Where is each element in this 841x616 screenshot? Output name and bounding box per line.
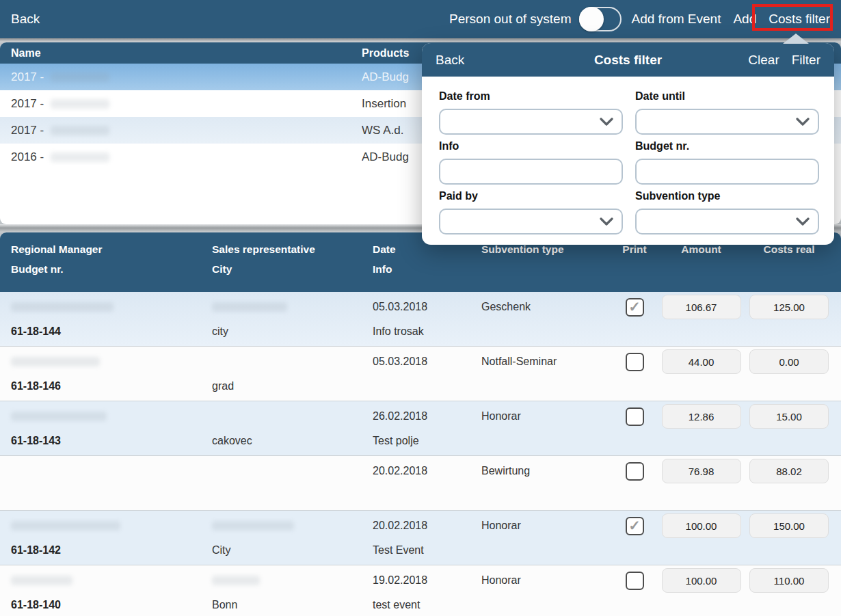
date-until-label: Date until	[635, 90, 819, 103]
amount-button[interactable]: 106.67	[662, 295, 741, 319]
budget-name: 2017 -	[11, 97, 44, 110]
amount-button[interactable]: 100.00	[662, 568, 741, 593]
column-header-info: Info	[373, 263, 472, 276]
budget-nr: 61-18-146	[11, 377, 212, 396]
date: 20.02.2018	[373, 511, 472, 541]
paid-by-select[interactable]	[439, 209, 623, 235]
print-checkbox[interactable]	[626, 462, 644, 481]
cost-row[interactable]: 20.02.2018 Bewirtung 76.98 88.02	[0, 456, 841, 511]
add-from-event-button[interactable]: Add from Event	[631, 12, 721, 27]
column-header-regional-manager: Regional Manager	[11, 243, 212, 256]
column-header-costs-real: Costs real	[745, 243, 833, 256]
redacted-text	[51, 99, 109, 109]
date-until-select[interactable]	[635, 109, 819, 135]
info: Test polje	[373, 431, 472, 451]
info-label: Info	[439, 140, 623, 152]
redacted-text	[51, 126, 109, 135]
budget-nr: 61-18-143	[11, 431, 212, 451]
popover-back-button[interactable]: Back	[436, 53, 464, 68]
redacted-text	[11, 576, 72, 585]
date: 05.03.2018	[373, 347, 472, 377]
subvention-type: Bewirtung	[481, 456, 612, 486]
subvention-type: Honorar	[481, 401, 612, 431]
date-from-select[interactable]	[439, 109, 623, 135]
redacted-text	[11, 302, 114, 312]
popover-clear-button[interactable]: Clear	[748, 53, 779, 68]
city: Bonn	[212, 595, 373, 615]
cost-row[interactable]: 61-18-146 grad 05.03.2018 Notfall-Semina…	[0, 347, 841, 401]
redacted-text	[11, 412, 107, 421]
column-header-city: City	[212, 263, 373, 276]
subvention-type: Honorar	[481, 565, 612, 595]
column-header-budget-nr: Budget nr.	[11, 263, 212, 276]
budget-name: 2017 -	[11, 124, 44, 137]
column-header-sales-representative: Sales representative	[212, 243, 373, 256]
popover-arrow-icon	[783, 34, 809, 44]
top-navbar: Back Person out of system Add from Event…	[0, 0, 841, 38]
costs-real-button[interactable]: 125.00	[749, 295, 829, 319]
amount-button[interactable]: 76.98	[662, 459, 741, 483]
budget-nr-input[interactable]	[637, 160, 810, 183]
date: 26.02.2018	[373, 401, 472, 431]
budget-name: 2017 -	[11, 70, 44, 83]
column-header-print: Print	[612, 243, 657, 256]
redacted-text	[51, 152, 109, 162]
amount-button[interactable]: 100.00	[662, 513, 741, 538]
info: Test Event	[373, 541, 472, 560]
chevron-down-icon	[796, 217, 810, 226]
cost-row[interactable]: 61-18-144 city 05.03.2018Info trosak Ges…	[0, 292, 841, 347]
redacted-text	[212, 302, 287, 312]
print-checkbox[interactable]: ✓	[626, 298, 644, 317]
paid-by-label: Paid by	[439, 190, 623, 202]
amount-button[interactable]: 44.00	[662, 349, 741, 374]
cost-row[interactable]: 61-18-143 cakovec 26.02.2018Test polje H…	[0, 401, 841, 456]
print-checkbox[interactable]	[626, 353, 644, 371]
city: grad	[212, 377, 373, 396]
info: test event	[373, 595, 472, 615]
cost-row[interactable]: 61-18-140 Bonn 19.02.2018test event Hono…	[0, 565, 841, 616]
subvention-type: Notfall-Seminar	[481, 347, 612, 377]
costs-filter-button[interactable]: Costs filter	[769, 12, 830, 27]
date: 20.02.2018	[373, 456, 472, 486]
print-checkbox[interactable]	[626, 572, 644, 590]
back-button[interactable]: Back	[11, 12, 40, 27]
redacted-text	[51, 72, 109, 82]
subvention-type-select[interactable]	[635, 209, 819, 235]
info: Info trosak	[373, 322, 472, 341]
costs-real-button[interactable]: 110.00	[749, 568, 829, 593]
city: City	[212, 541, 373, 560]
city	[212, 486, 373, 505]
costs-real-button[interactable]: 150.00	[749, 513, 829, 538]
date-from-label: Date from	[439, 90, 623, 103]
amount-button[interactable]: 12.86	[662, 404, 741, 429]
info-field-wrap	[439, 159, 623, 185]
info-input[interactable]	[440, 160, 613, 183]
costs-real-button[interactable]: 15.00	[749, 404, 829, 429]
subvention-type: Geschenk	[481, 292, 612, 322]
cost-row[interactable]: 61-18-142 City 20.02.2018Test Event Hono…	[0, 511, 841, 565]
budget-nr	[11, 486, 212, 505]
redacted-text	[212, 521, 294, 531]
budget-nr-field-wrap	[635, 159, 819, 185]
chevron-down-icon	[796, 118, 810, 126]
costs-table: Regional ManagerBudget nr. Sales represe…	[0, 232, 841, 616]
redacted-text	[11, 521, 120, 531]
popover-filter-button[interactable]: Filter	[792, 53, 820, 68]
print-checkbox[interactable]: ✓	[626, 517, 644, 535]
add-button[interactable]: Add	[733, 12, 756, 27]
budget-nr: 61-18-140	[11, 595, 212, 615]
chevron-down-icon	[600, 217, 613, 226]
app-screen: Back Person out of system Add from Event…	[0, 0, 841, 616]
column-header-amount: Amount	[657, 243, 745, 256]
redacted-text	[212, 576, 260, 585]
print-checkbox[interactable]	[626, 407, 644, 426]
costs-real-button[interactable]: 0.00	[749, 349, 829, 374]
budget-nr: 61-18-144	[11, 322, 212, 341]
budget-name: 2016 -	[11, 150, 44, 163]
column-header-subvention-type: Subvention type	[481, 243, 612, 256]
city: city	[212, 322, 373, 341]
person-out-of-system-toggle[interactable]	[579, 7, 622, 31]
budget-nr: 61-18-142	[11, 541, 212, 560]
subvention-type: Honorar	[481, 511, 612, 541]
costs-real-button[interactable]: 88.02	[749, 459, 829, 483]
